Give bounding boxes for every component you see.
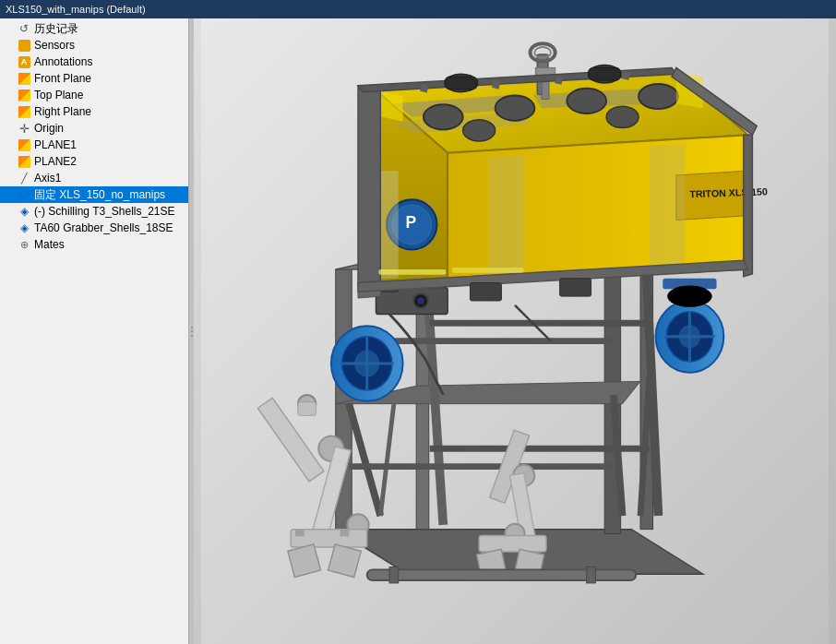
- svg-marker-51: [488, 155, 524, 274]
- model-svg: TRITON XLS-150 P: [194, 18, 836, 644]
- ta60-icon: ◈: [17, 221, 31, 235]
- sensors-label: Sensors: [34, 39, 75, 52]
- svg-point-95: [667, 285, 712, 306]
- plane2-label: PLANE2: [34, 155, 77, 168]
- svg-rect-96: [470, 283, 501, 301]
- frontplane-icon: [17, 71, 31, 86]
- tree-item-origin[interactable]: ✛Origin: [0, 120, 188, 137]
- origin-label: Origin: [34, 122, 64, 135]
- tree-item-axis1[interactable]: ╱Axis1: [0, 170, 188, 186]
- tree-item-ta60[interactable]: ◈TA60 Grabber_Shells_18SE: [0, 220, 188, 236]
- svg-rect-75: [340, 530, 350, 537]
- tree-item-mates[interactable]: ⊕Mates: [0, 236, 188, 253]
- svg-marker-55: [358, 86, 380, 288]
- schilling-icon: ◈: [17, 204, 31, 219]
- plane1-icon: [17, 137, 31, 152]
- svg-rect-64: [445, 77, 477, 89]
- axis1-label: Axis1: [34, 172, 61, 185]
- tree-item-schilling[interactable]: ◈(-) Schilling T3_Shells_21SE: [0, 203, 188, 220]
- plane2-icon: [17, 154, 31, 169]
- svg-rect-66: [589, 67, 621, 80]
- frontplane-label: Front Plane: [34, 72, 91, 85]
- svg-point-38: [463, 120, 496, 141]
- svg-marker-52: [650, 144, 686, 268]
- svg-line-59: [424, 85, 425, 92]
- svg-line-62: [625, 72, 627, 79]
- svg-point-34: [424, 104, 463, 129]
- tree-item-plane2[interactable]: PLANE2: [0, 153, 188, 170]
- svg-marker-50: [380, 171, 398, 279]
- tree-item-rightplane[interactable]: Right Plane: [0, 103, 188, 120]
- svg-line-61: [558, 77, 560, 84]
- annotations-icon: A: [17, 54, 31, 69]
- feature-tree-panel[interactable]: ↺历史记录SensorsAAnnotationsFront PlaneTop P…: [0, 18, 189, 644]
- plane1-label: PLANE1: [34, 138, 77, 151]
- svg-point-39: [606, 106, 639, 127]
- svg-rect-82: [479, 535, 546, 551]
- svg-rect-91: [587, 566, 596, 582]
- mates-label: Mates: [34, 238, 65, 251]
- svg-rect-74: [295, 530, 305, 537]
- svg-rect-98: [378, 269, 446, 275]
- svg-rect-73: [328, 544, 362, 578]
- svg-rect-99: [452, 268, 524, 273]
- tree-item-plane1[interactable]: PLANE1: [0, 137, 188, 153]
- xls150_no_manips-label: 固定 XLS_150_no_manips: [34, 187, 165, 203]
- tree-item-frontplane[interactable]: Front Plane: [0, 70, 188, 87]
- ta60-label: TA60 Grabber_Shells_18SE: [34, 221, 173, 234]
- svg-rect-97: [560, 279, 591, 296]
- tree-item-history[interactable]: ↺历史记录: [0, 20, 188, 37]
- annotations-label: Annotations: [34, 55, 92, 68]
- history-label: 历史记录: [34, 21, 78, 37]
- svg-rect-44: [535, 67, 555, 75]
- tree-item-topplane[interactable]: Top Plane: [0, 87, 188, 103]
- schilling-label: (-) Schilling T3_Shells_21SE: [34, 205, 175, 218]
- title-bar: XLS150_with_manips (Default): [0, 0, 836, 18]
- axis1-icon: ╱: [17, 171, 31, 185]
- svg-point-36: [567, 89, 606, 113]
- rightplane-icon: [17, 104, 31, 119]
- history-icon: ↺: [17, 21, 31, 36]
- main-layout: ↺历史记录SensorsAAnnotationsFront PlaneTop P…: [0, 18, 836, 644]
- svg-point-35: [496, 96, 535, 121]
- rightplane-label: Right Plane: [34, 105, 91, 118]
- origin-icon: ✛: [17, 121, 31, 136]
- svg-line-60: [496, 81, 497, 89]
- 3d-viewport[interactable]: TRITON XLS-150 P: [194, 18, 836, 644]
- svg-rect-77: [298, 402, 316, 416]
- sensors-icon: [17, 38, 31, 53]
- tree-item-sensors[interactable]: Sensors: [0, 37, 188, 54]
- topplane-icon: [17, 88, 31, 102]
- mates-icon: ⊕: [17, 237, 31, 252]
- svg-point-37: [639, 84, 678, 109]
- svg-marker-58: [744, 135, 753, 276]
- topplane-label: Top Plane: [34, 89, 83, 101]
- model-canvas: TRITON XLS-150 P: [194, 18, 836, 644]
- svg-text:P: P: [405, 213, 416, 232]
- svg-point-88: [417, 297, 424, 304]
- title-text: XLS150_with_manips (Default): [6, 4, 146, 15]
- svg-rect-90: [389, 566, 399, 582]
- tree-item-annotations[interactable]: AAnnotations: [0, 54, 188, 70]
- xls150_no_manips-icon: ⬡: [17, 187, 31, 202]
- tree-item-xls150_no_manips[interactable]: ⬡固定 XLS_150_no_manips: [0, 186, 188, 203]
